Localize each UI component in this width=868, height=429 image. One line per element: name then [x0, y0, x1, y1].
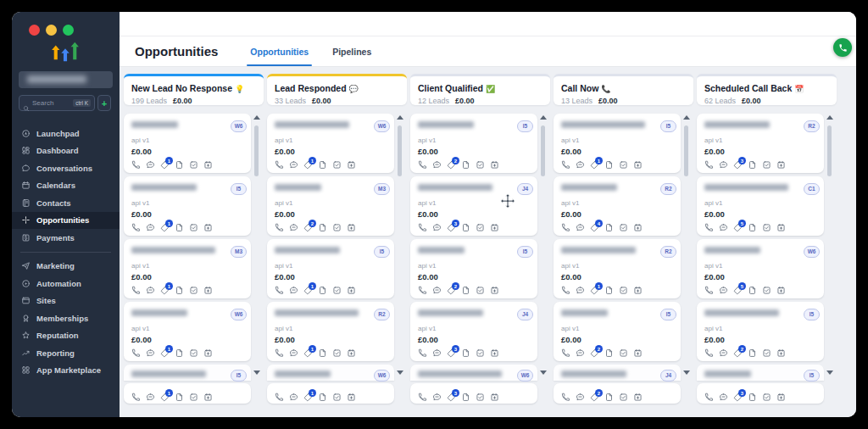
calendar-plus-icon[interactable]: [776, 286, 786, 295]
message-icon[interactable]: [289, 348, 298, 358]
calendar-plus-icon[interactable]: [776, 348, 786, 358]
task-icon[interactable]: [619, 223, 628, 232]
maximize-window-button[interactable]: [63, 25, 74, 36]
scroll-up-arrow-icon[interactable]: [253, 115, 260, 120]
file-icon[interactable]: [461, 286, 470, 295]
calendar-plus-icon[interactable]: [776, 160, 786, 170]
tag-icon[interactable]: 3: [447, 393, 456, 402]
message-icon[interactable]: [289, 223, 298, 232]
opportunity-card-fragment[interactable]: 3: [697, 383, 824, 404]
scrollbar-thumb[interactable]: [254, 125, 259, 176]
message-icon[interactable]: [432, 393, 442, 402]
tag-icon[interactable]: 1: [303, 348, 313, 358]
task-icon[interactable]: [476, 348, 485, 358]
calendar-plus-icon[interactable]: [633, 160, 643, 170]
tag-icon[interactable]: 2: [447, 286, 456, 295]
sidebar-item-automation[interactable]: Automation: [12, 275, 120, 292]
calendar-plus-icon[interactable]: [203, 348, 213, 358]
phone-icon[interactable]: [131, 223, 141, 232]
sidebar-item-payments[interactable]: Payments: [12, 229, 120, 247]
calendar-plus-icon[interactable]: [633, 286, 643, 295]
opportunity-card[interactable]: R2api v1£0.003: [697, 114, 824, 173]
calendar-plus-icon[interactable]: [347, 393, 356, 402]
calendar-plus-icon[interactable]: [633, 348, 643, 358]
file-icon[interactable]: [461, 348, 470, 358]
calendar-plus-icon[interactable]: [490, 223, 499, 232]
phone-icon[interactable]: [131, 393, 141, 402]
sidebar-item-dashboard[interactable]: Dashboard: [12, 142, 120, 160]
scrollbar-thumb[interactable]: [827, 125, 832, 176]
scroll-down-arrow-icon[interactable]: [397, 370, 403, 375]
calendar-plus-icon[interactable]: [490, 286, 499, 295]
task-icon[interactable]: [476, 286, 485, 295]
file-icon[interactable]: [175, 223, 184, 232]
opportunity-card[interactable]: J4api v1£0.003: [410, 302, 537, 361]
opportunity-card-fragment[interactable]: 1: [124, 383, 251, 404]
column-scrollbar[interactable]: [682, 115, 690, 406]
opportunity-card[interactable]: R2api v1£0.001: [267, 302, 394, 361]
tag-icon[interactable]: 1: [160, 223, 170, 232]
phone-icon[interactable]: [704, 348, 714, 358]
message-icon[interactable]: [432, 160, 442, 170]
column-scrollbar[interactable]: [253, 115, 260, 406]
message-icon[interactable]: [289, 286, 298, 295]
message-icon[interactable]: [576, 160, 585, 170]
calendar-plus-icon[interactable]: [776, 223, 786, 232]
message-icon[interactable]: [146, 286, 155, 295]
scroll-down-arrow-icon[interactable]: [253, 370, 260, 375]
task-icon[interactable]: [762, 160, 771, 170]
task-icon[interactable]: [476, 223, 485, 232]
tag-icon[interactable]: 5: [733, 223, 743, 232]
phone-icon[interactable]: [561, 160, 570, 170]
column-header[interactable]: New Lead No Response💡199 Leads£0.00: [124, 74, 264, 105]
calendar-plus-icon[interactable]: [203, 160, 213, 170]
message-icon[interactable]: [576, 393, 585, 402]
task-icon[interactable]: [332, 286, 342, 295]
calendar-plus-icon[interactable]: [490, 348, 499, 358]
message-icon[interactable]: [719, 286, 728, 295]
task-icon[interactable]: [476, 393, 485, 402]
task-icon[interactable]: [332, 348, 342, 358]
message-icon[interactable]: [289, 393, 298, 402]
opportunity-card-clipped[interactable]: I5: [124, 365, 251, 381]
task-icon[interactable]: [189, 348, 198, 358]
file-icon[interactable]: [604, 223, 614, 232]
message-icon[interactable]: [432, 223, 442, 232]
tab-opportunities[interactable]: Opportunities: [250, 47, 309, 66]
calendar-plus-icon[interactable]: [203, 223, 213, 232]
opportunity-card-clipped[interactable]: J4: [554, 365, 681, 381]
phone-icon[interactable]: [275, 286, 284, 295]
tag-icon[interactable]: 2: [303, 223, 313, 232]
opportunity-card[interactable]: J4api v1£0.003: [410, 176, 537, 236]
call-fab-button[interactable]: [833, 38, 852, 57]
file-icon[interactable]: [461, 223, 470, 232]
file-icon[interactable]: [318, 286, 327, 295]
calendar-plus-icon[interactable]: [490, 393, 499, 402]
sidebar-item-memberships[interactable]: Memberships: [12, 309, 120, 327]
file-icon[interactable]: [604, 286, 614, 295]
message-icon[interactable]: [719, 160, 728, 170]
file-icon[interactable]: [318, 348, 327, 358]
tag-icon[interactable]: 2: [733, 348, 743, 358]
tag-icon[interactable]: 1: [303, 286, 313, 295]
task-icon[interactable]: [619, 393, 628, 402]
message-icon[interactable]: [146, 393, 155, 402]
phone-icon[interactable]: [418, 348, 427, 358]
message-icon[interactable]: [432, 348, 442, 358]
tab-pipelines[interactable]: Pipelines: [332, 47, 371, 66]
task-icon[interactable]: [762, 393, 771, 402]
opportunity-card[interactable]: W6api v1£0.005: [697, 239, 824, 298]
file-icon[interactable]: [748, 160, 757, 170]
opportunity-card-fragment[interactable]: 3: [410, 383, 537, 404]
file-icon[interactable]: [175, 393, 184, 402]
phone-icon[interactable]: [275, 160, 284, 170]
tag-icon[interactable]: 1: [590, 160, 599, 170]
opportunity-card[interactable]: M3api v1£0.002: [267, 176, 394, 236]
account-switcher[interactable]: [19, 71, 113, 88]
calendar-plus-icon[interactable]: [203, 286, 213, 295]
scrollbar-thumb[interactable]: [398, 125, 402, 176]
message-icon[interactable]: [146, 223, 155, 232]
column-scrollbar[interactable]: [396, 115, 403, 406]
sidebar-item-contacts[interactable]: Contacts: [12, 194, 120, 212]
opportunity-card-clipped[interactable]: W6: [267, 365, 394, 381]
